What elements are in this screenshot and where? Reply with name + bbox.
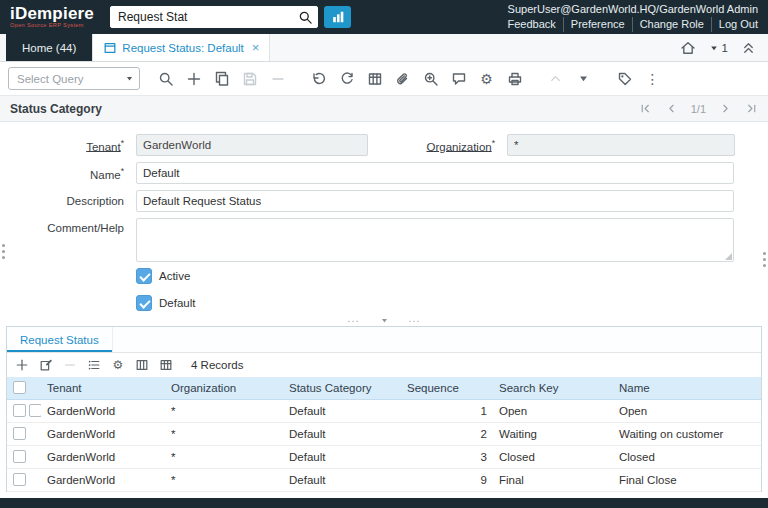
cell-sequence: 2	[401, 422, 493, 445]
status-category-form: Tenant* Organization* Name* Description …	[0, 122, 768, 314]
detail-edit-button[interactable]	[35, 355, 57, 375]
close-icon[interactable]: ×	[252, 40, 260, 55]
active-row: Active	[0, 268, 768, 284]
plus-icon	[15, 358, 29, 372]
preference-link[interactable]: Preference	[564, 17, 633, 32]
cell-sequence: 3	[401, 445, 493, 468]
zoom-across-button[interactable]	[418, 66, 443, 91]
table-row[interactable]: GardenWorld * Default 3 Closed Closed	[7, 445, 761, 468]
attachment-button[interactable]	[390, 66, 415, 91]
feedback-link[interactable]: Feedback	[501, 17, 564, 32]
last-record-button[interactable]	[745, 102, 758, 115]
request-status-table: Tenant Organization Status Category Sequ…	[7, 377, 761, 492]
new-record-button[interactable]	[181, 66, 206, 91]
cell-search-key: Open	[493, 399, 613, 422]
parent-record-button[interactable]	[543, 66, 568, 91]
caret-down-icon	[709, 43, 719, 53]
tenant-field[interactable]	[136, 134, 368, 156]
more-actions-button[interactable]: ⋮	[640, 66, 665, 91]
tab-request-status[interactable]: Request Status: Default ×	[92, 34, 270, 61]
description-field[interactable]	[136, 190, 734, 212]
cell-name: Open	[613, 399, 761, 422]
window-tabbar: Home (44) Request Status: Default × 1	[0, 34, 768, 62]
column-header-search-key[interactable]: Search Key	[493, 377, 613, 399]
column-header-tenant[interactable]: Tenant	[41, 377, 165, 399]
app-header: iDempiere Open Source ERP System SuperUs…	[0, 0, 768, 34]
first-record-button[interactable]	[639, 102, 652, 115]
table-row[interactable]: GardenWorld * Default 2 Waiting Waiting …	[7, 422, 761, 445]
collapse-all-button[interactable]	[741, 40, 756, 55]
home-button[interactable]	[680, 40, 696, 56]
detail-new-button[interactable]	[11, 355, 33, 375]
right-panel-handle[interactable]	[763, 252, 766, 255]
default-checkbox[interactable]	[136, 295, 152, 311]
detail-delete-button[interactable]	[59, 355, 81, 375]
pane-splitter[interactable]	[0, 314, 768, 326]
chat-button[interactable]	[446, 66, 471, 91]
detail-grid-button[interactable]	[155, 355, 177, 375]
row-checkbox[interactable]	[13, 427, 26, 440]
grid-toggle-button[interactable]	[362, 66, 387, 91]
window-count-dropdown[interactable]: 1	[709, 42, 728, 54]
column-header-name[interactable]: Name	[613, 377, 761, 399]
copy-record-button[interactable]	[209, 66, 234, 91]
save-button[interactable]	[237, 66, 262, 91]
tabbar-right: 1	[680, 34, 768, 61]
current-row-checkbox[interactable]	[29, 404, 41, 417]
previous-record-button[interactable]	[665, 102, 678, 115]
cell-sequence: 9	[401, 468, 493, 491]
tab-request-status-detail[interactable]: Request Status	[7, 327, 113, 352]
find-button[interactable]	[153, 66, 178, 91]
cell-tenant: GardenWorld	[41, 468, 165, 491]
cell-search-key: Closed	[493, 445, 613, 468]
first-record-icon	[639, 102, 652, 115]
undo-button[interactable]	[306, 66, 331, 91]
row-checkbox[interactable]	[13, 450, 26, 463]
search-button[interactable]	[292, 6, 318, 28]
column-header-status-category[interactable]: Status Category	[283, 377, 401, 399]
active-checkbox[interactable]	[136, 268, 152, 284]
name-field[interactable]	[136, 162, 734, 184]
table-row[interactable]: GardenWorld * Default 1 Open Open	[7, 399, 761, 422]
column-header-organization[interactable]: Organization	[165, 377, 283, 399]
refresh-button[interactable]	[334, 66, 359, 91]
detail-column-button[interactable]	[131, 355, 153, 375]
cell-organization: *	[165, 468, 283, 491]
detail-pane: Request Status	[6, 326, 762, 492]
user-links: Feedback Preference Change Role Log Out	[501, 17, 758, 32]
print-button[interactable]	[502, 66, 527, 91]
cell-name: Waiting on customer	[613, 422, 761, 445]
cell-tenant: GardenWorld	[41, 422, 165, 445]
select-query-dropdown[interactable]: Select Query	[8, 67, 140, 90]
save-icon	[242, 71, 258, 87]
splitter-caret-icon	[380, 316, 389, 325]
detail-customize-button[interactable]: ⚙	[107, 355, 129, 375]
comment-help-field[interactable]	[136, 218, 734, 262]
logout-link[interactable]: Log Out	[712, 17, 758, 32]
organization-field[interactable]	[507, 134, 735, 156]
process-button[interactable]: ⚙	[474, 66, 499, 91]
row-checkbox[interactable]	[13, 473, 26, 486]
logo-text: iDempiere	[10, 5, 94, 22]
select-all-checkbox[interactable]	[13, 381, 26, 394]
next-record-icon	[719, 102, 732, 115]
column-header-sequence[interactable]: Sequence	[401, 377, 493, 399]
row-checkbox[interactable]	[13, 404, 26, 417]
gear-icon: ⚙	[113, 359, 124, 371]
records-count: 4 Records	[191, 359, 243, 371]
next-record-button[interactable]	[719, 102, 732, 115]
table-row[interactable]: GardenWorld * Default 9 Final Final Clos…	[7, 468, 761, 491]
global-search-input[interactable]	[110, 6, 292, 28]
copy-icon	[214, 71, 230, 87]
label-button[interactable]	[612, 66, 637, 91]
delete-button[interactable]	[265, 66, 290, 91]
left-panel-handle[interactable]	[2, 244, 5, 247]
bottom-panel-bar[interactable]	[0, 498, 768, 508]
detail-sort-button[interactable]	[83, 355, 105, 375]
description-row: Description	[0, 190, 768, 212]
performance-button[interactable]	[324, 6, 351, 28]
tab-home[interactable]: Home (44)	[6, 34, 92, 61]
tenant-org-row: Tenant* Organization*	[0, 134, 768, 156]
change-role-link[interactable]: Change Role	[633, 17, 712, 32]
detail-record-button[interactable]	[571, 66, 596, 91]
